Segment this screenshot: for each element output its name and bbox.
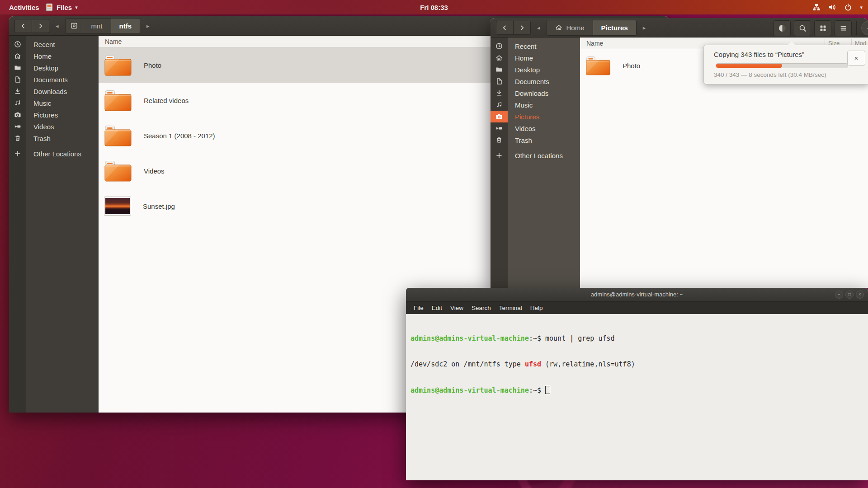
sidebar-item-recent[interactable]: Recent (491, 40, 580, 52)
breadcrumb-ntfs[interactable]: ntfs (111, 19, 140, 33)
copy-title: Copying 343 files to “Pictures” (714, 51, 804, 58)
trash-icon (9, 132, 26, 144)
menu-file[interactable]: File (410, 303, 428, 313)
top-bar: Activities Files ▾ Fri 08:33 ▾ (0, 0, 868, 14)
sidebar-item-trash[interactable]: Trash (9, 132, 99, 144)
shell-prompt: admins@admins-virtual-machine (410, 386, 529, 394)
terminal-cursor (545, 386, 550, 394)
close-icon: × (859, 292, 861, 297)
path-scroll-left-icon[interactable]: ◂ (53, 23, 61, 29)
sidebar-item-pictures[interactable]: Pictures (491, 111, 580, 122)
terminal-output[interactable]: admins@admins-virtual-machine:~$ mount |… (406, 314, 868, 480)
download-icon (491, 87, 508, 99)
files-headerbar[interactable]: ◂ Home Pictures ▸ − (491, 18, 868, 38)
sidebar-item-label: Trash (508, 136, 532, 144)
sidebar-item-label: Other Locations (508, 152, 563, 160)
copy-progress-fill (716, 64, 782, 68)
menu-help[interactable]: Help (526, 303, 547, 313)
folder-icon (104, 89, 132, 112)
camera-icon (491, 111, 508, 122)
breadcrumb-drive[interactable] (66, 19, 83, 33)
sidebar-item-videos[interactable]: Videos (491, 122, 580, 134)
cancel-copy-button[interactable]: × (847, 51, 865, 66)
file-name: Photo (144, 61, 161, 69)
copy-progress-popover: Copying 343 files to “Pictures” 340 / 34… (703, 45, 868, 84)
sidebar-item-desktop[interactable]: Desktop (9, 62, 99, 74)
terminal-title: admins@admins-virtual-machine: ~ (406, 291, 868, 298)
forward-button[interactable] (513, 21, 530, 34)
path-scroll-left-icon[interactable]: ◂ (534, 24, 543, 31)
terminal-menubar: File Edit View Search Terminal Help (406, 302, 868, 314)
recent-icon (491, 40, 508, 52)
minimize-button[interactable]: − (861, 21, 868, 35)
places-sidebar: Recent Home Desktop Documents Downloads … (491, 38, 580, 288)
grep-match: ufsd (525, 360, 541, 368)
search-button[interactable] (794, 20, 811, 36)
column-header-label: Name (586, 40, 603, 47)
search-icon (799, 24, 807, 32)
column-header-label: Name (105, 38, 122, 45)
breadcrumb: Home Pictures (547, 20, 637, 36)
sidebar-item-label: Documents (26, 76, 68, 84)
copy-detail: 340 / 343 — 8 seconds left (30.4 MB/sec) (714, 71, 826, 78)
chevron-down-icon[interactable]: ▾ (860, 5, 863, 10)
breadcrumb-label: ntfs (119, 22, 132, 30)
clock[interactable]: Fri 08:33 (0, 4, 868, 11)
folder-icon (585, 55, 611, 76)
sidebar-item-recent[interactable]: Recent (9, 38, 99, 50)
sidebar-item-home[interactable]: Home (9, 50, 99, 62)
file-name: Season 1 (2008 - 2012) (144, 132, 215, 140)
breadcrumb-mnt[interactable]: mnt (83, 19, 111, 33)
menu-terminal[interactable]: Terminal (495, 303, 526, 313)
system-status-area[interactable]: ▾ (812, 3, 863, 11)
sidebar-item-label: Recent (508, 42, 537, 50)
power-icon[interactable] (844, 3, 852, 11)
sidebar-item-videos[interactable]: Videos (9, 121, 99, 132)
document-icon (491, 75, 508, 87)
maximize-button[interactable]: □ (845, 291, 854, 299)
sidebar-item-label: Videos (508, 125, 536, 132)
menu-edit[interactable]: Edit (428, 303, 446, 313)
sidebar-item-documents[interactable]: Documents (9, 74, 99, 85)
menu-search[interactable]: Search (467, 303, 495, 313)
terminal-line-1: admins@admins-virtual-machine:~$ mount |… (410, 334, 863, 343)
network-icon[interactable] (812, 3, 821, 11)
forward-button[interactable] (32, 19, 49, 33)
sidebar-item-music[interactable]: Music (9, 97, 99, 109)
breadcrumb-pictures[interactable]: Pictures (593, 20, 636, 35)
terminal-line-3: admins@admins-virtual-machine:~$ (410, 386, 863, 395)
operations-progress-button[interactable] (774, 20, 791, 36)
back-button[interactable] (15, 19, 32, 33)
close-button[interactable]: × (856, 291, 864, 299)
minimize-button[interactable]: − (835, 291, 843, 299)
sidebar-item-label: Documents (508, 78, 549, 85)
sidebar-item-home[interactable]: Home (491, 52, 580, 64)
volume-icon[interactable] (828, 3, 836, 11)
sidebar-item-pictures[interactable]: Pictures (9, 109, 99, 121)
menu-button[interactable] (835, 20, 852, 36)
sidebar-item-downloads[interactable]: Downloads (491, 87, 580, 99)
sidebar-item-documents[interactable]: Documents (491, 75, 580, 87)
sidebar-item-other-locations[interactable]: Other Locations (491, 150, 580, 161)
output-text: /dev/sdc2 on /mnt/ntfs type (410, 360, 525, 368)
grid-view-button[interactable] (814, 20, 831, 36)
path-scroll-right-icon[interactable]: ▸ (144, 23, 152, 29)
grid-view-icon (819, 24, 827, 32)
breadcrumb-home[interactable]: Home (547, 20, 593, 35)
sidebar-item-desktop[interactable]: Desktop (491, 64, 580, 75)
sidebar-item-music[interactable]: Music (491, 99, 580, 111)
folder-icon (9, 62, 26, 74)
breadcrumb-label: Home (566, 24, 585, 32)
sidebar-item-downloads[interactable]: Downloads (9, 85, 99, 97)
menu-view[interactable]: View (446, 303, 467, 313)
home-icon (491, 52, 508, 64)
places-sidebar: Recent Home Desktop Documents Downloads … (9, 36, 99, 413)
back-button[interactable] (496, 21, 513, 34)
terminal-line-2: /dev/sdc2 on /mnt/ntfs type ufsd (rw,rel… (410, 360, 863, 369)
sidebar-item-label: Music (26, 99, 51, 107)
path-scroll-right-icon[interactable]: ▸ (640, 24, 649, 31)
sidebar-item-other-locations[interactable]: Other Locations (9, 148, 99, 160)
file-name: Related videos (144, 97, 189, 104)
sidebar-item-trash[interactable]: Trash (491, 134, 580, 146)
terminal-titlebar[interactable]: admins@admins-virtual-machine: ~ − □ × (406, 288, 868, 302)
